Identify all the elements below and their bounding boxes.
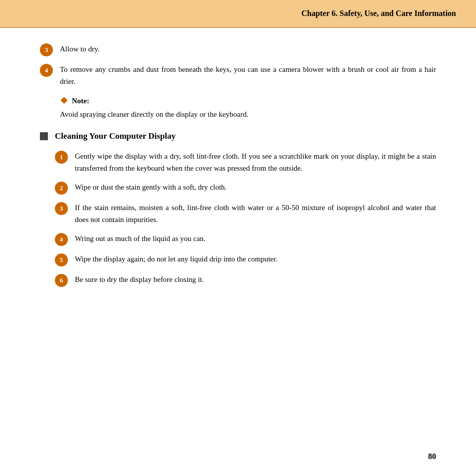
intro-steps: 3 Allow to dry. 4 To remove any crumbs a… — [40, 43, 436, 87]
step-text-4: To remove any crumbs and dust from benea… — [60, 63, 436, 87]
section-badge-4: 4 — [55, 233, 68, 246]
section-header: Cleaning Your Computer Display — [40, 131, 436, 141]
section-step-1: 1 Gently wipe the display with a dry, so… — [55, 150, 436, 174]
chapter-title: Chapter 6. Safety, Use, and Care Informa… — [301, 9, 456, 17]
page-content: 3 Allow to dry. 4 To remove any crumbs a… — [0, 28, 476, 314]
section-step-4: 4 Wring out as much of the liquid as you… — [55, 233, 436, 246]
header-bar: Chapter 6. Safety, Use, and Care Informa… — [0, 0, 476, 28]
section-step-text-5: Wipe the display again; do not let any l… — [75, 253, 436, 265]
note-label-text: Note: — [72, 97, 89, 105]
subsection: 1 Gently wipe the display with a dry, so… — [55, 150, 436, 287]
section-step-6: 6 Be sure to dry the display before clos… — [55, 273, 436, 287]
note-box: ❖ Note: Avoid spraying cleaner directly … — [60, 95, 436, 120]
section-step-text-2: Wipe or dust the stain gently with a sof… — [75, 181, 436, 193]
section-badge-1: 1 — [55, 151, 68, 164]
note-diamond-icon: ❖ — [60, 95, 68, 106]
section-step-text-6: Be sure to dry the display before closin… — [75, 273, 436, 285]
section-step-3: 3 If the stain remains, moisten a soft, … — [55, 202, 436, 226]
section-title: Cleaning Your Computer Display — [55, 131, 176, 141]
section-step-2: 2 Wipe or dust the stain gently with a s… — [55, 181, 436, 195]
step-badge-3: 3 — [40, 43, 53, 56]
note-text: Avoid spraying cleaner directly on the d… — [60, 108, 436, 120]
note-label: ❖ Note: — [60, 95, 436, 106]
section-step-text-1: Gently wipe the display with a dry, soft… — [75, 150, 436, 174]
section-bullet-icon — [40, 132, 48, 140]
section-badge-2: 2 — [55, 182, 68, 195]
section-step-text-3: If the stain remains, moisten a soft, li… — [75, 202, 436, 226]
step-badge-4: 4 — [40, 64, 53, 77]
section-badge-5: 5 — [55, 253, 68, 266]
section-step-text-4: Wring out as much of the liquid as you c… — [75, 233, 436, 244]
step-text-3: Allow to dry. — [60, 43, 436, 55]
step-item-3: 3 Allow to dry. — [40, 43, 436, 56]
section-step-5: 5 Wipe the display again; do not let any… — [55, 253, 436, 266]
section-badge-6: 6 — [55, 274, 68, 287]
step-item-4: 4 To remove any crumbs and dust from ben… — [40, 63, 436, 87]
section-badge-3: 3 — [55, 202, 68, 215]
page-number: 80 — [428, 452, 436, 461]
